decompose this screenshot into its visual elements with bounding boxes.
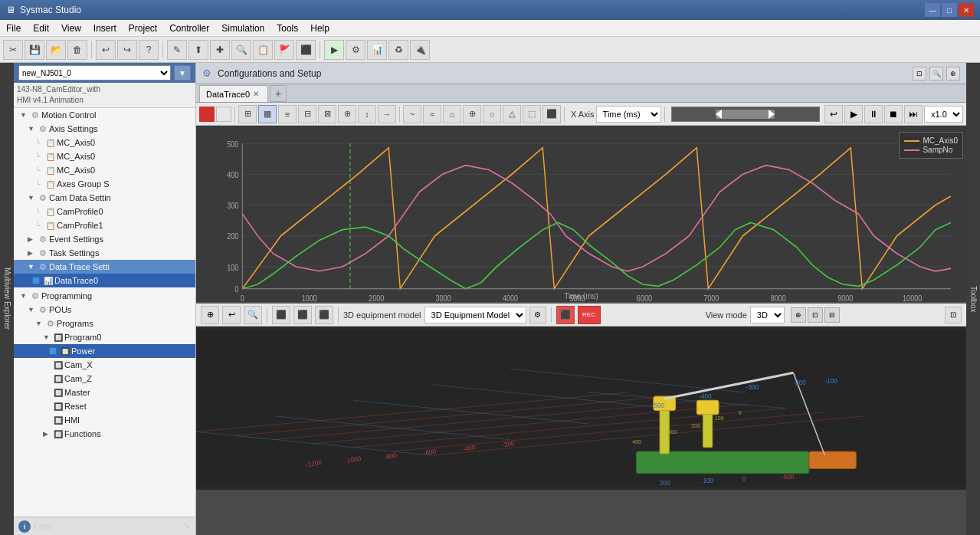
lower-btn5[interactable]: ⬛ xyxy=(293,306,312,324)
trace-zoom-btn[interactable]: ⊕ xyxy=(338,105,356,123)
expand-arrow-programming[interactable]: ▼ xyxy=(20,292,29,300)
filter-edit-button[interactable]: ✎ xyxy=(183,521,191,532)
vmode-btn2[interactable]: ⊡ xyxy=(808,307,823,323)
menu-edit[interactable]: Edit xyxy=(27,20,55,36)
trace-wave-btn4[interactable]: ⊕ xyxy=(463,105,481,123)
tab-datatrace0-close[interactable]: ✕ xyxy=(253,90,259,98)
chart-svg[interactable]: 500 400 300 200 100 0 0 1000 2000 3000 4… xyxy=(196,126,966,302)
multiview-explorer-sidebar[interactable]: Multiview Explorer xyxy=(0,63,14,535)
expand-arrow-functions[interactable]: ▶ xyxy=(43,430,52,438)
tree-item-event-settings[interactable]: ▶ ⚙ Event Settings xyxy=(14,232,195,246)
delete-button[interactable]: 🗑 xyxy=(67,40,87,60)
menu-help[interactable]: Help xyxy=(304,20,336,36)
lower-zoom-in-button[interactable]: ⊕ xyxy=(201,306,219,324)
connect-button[interactable]: 🔌 xyxy=(410,40,430,60)
menu-simulation[interactable]: Simulation xyxy=(215,20,270,36)
maximize-button[interactable]: □ xyxy=(942,3,957,17)
trace-wave-btn2[interactable]: ≈ xyxy=(423,105,441,123)
tree-item-cam-data[interactable]: ▼ ⚙ Cam Data Settin xyxy=(14,191,195,205)
trace-color-btn-red[interactable] xyxy=(199,107,215,122)
clipboard-button[interactable]: 📋 xyxy=(253,40,273,60)
lower-panel-button[interactable]: ⊡ xyxy=(945,307,962,323)
trace-color-btn-white[interactable] xyxy=(216,107,231,122)
eq-settings-button[interactable]: ⚙ xyxy=(529,307,546,323)
trace-import-btn[interactable]: ⬛ xyxy=(542,105,561,123)
expand-arrow-data-trace[interactable]: ▼ xyxy=(28,263,37,271)
timeline-handle[interactable] xyxy=(716,110,775,119)
menu-view[interactable]: View xyxy=(55,20,87,36)
config-search-button[interactable]: 🔍 xyxy=(929,67,943,80)
trace-wave-btn5[interactable]: ○ xyxy=(483,105,501,123)
close-button[interactable]: ✕ xyxy=(959,3,974,17)
tree-item-cam-profile0[interactable]: └ 📋 CamProfile0 xyxy=(14,205,195,218)
tree-item-cam-x[interactable]: 🔲 Cam_X xyxy=(14,358,195,372)
tree-item-master[interactable]: 🔲 Master xyxy=(14,386,195,399)
xaxis-selector[interactable]: Time (ms) Sample No xyxy=(596,106,661,123)
menu-insert[interactable]: Insert xyxy=(87,20,123,36)
trace-cursor2-btn[interactable]: → xyxy=(378,105,396,123)
toolbox-sidebar[interactable]: Toolbox xyxy=(966,63,980,535)
trace-split-h-btn[interactable]: ⊟ xyxy=(298,105,316,123)
expand-arrow-motion-control[interactable]: ▼ xyxy=(20,111,29,119)
tree-item-mc-axis0-3[interactable]: └ 📋 MC_Axis0 xyxy=(14,163,195,177)
tree-item-power[interactable]: 🔲 Power xyxy=(14,344,195,358)
expand-arrow-event[interactable]: ▶ xyxy=(28,235,37,243)
cut-button[interactable]: ✂ xyxy=(3,40,23,60)
tree-item-task-settings[interactable]: ▶ ⚙ Task Settings xyxy=(14,246,195,260)
config-restore-button[interactable]: ⊡ xyxy=(913,67,926,80)
tree-item-pous[interactable]: ▼ ⚙ POUs xyxy=(14,303,195,317)
eq-model-selector[interactable]: 3D Equipment Model xyxy=(424,307,526,323)
pause-button[interactable]: ⏸ xyxy=(864,105,883,123)
trace-wave-btn6[interactable]: △ xyxy=(503,105,521,123)
tree-item-cam-z[interactable]: 🔲 Cam_Z xyxy=(14,372,195,386)
tree-item-programs[interactable]: ▼ ⚙ Programs xyxy=(14,317,195,330)
refresh-button[interactable]: ♻ xyxy=(388,40,408,60)
tree-item-mc-axis0-2[interactable]: └ 📋 MC_Axis0 xyxy=(14,149,195,163)
menu-tools[interactable]: Tools xyxy=(270,20,304,36)
trace-split-v-btn[interactable]: ⊠ xyxy=(318,105,336,123)
trace-line-btn[interactable]: ≡ xyxy=(278,105,297,123)
tree-item-mc-axis0-1[interactable]: └ 📋 MC_Axis0 xyxy=(14,136,195,149)
play-button[interactable]: ▶ xyxy=(844,105,863,123)
edit-tool-button[interactable]: ✎ xyxy=(167,40,187,60)
speed-selector[interactable]: x1.0 x0.5 x2.0 xyxy=(924,106,963,123)
chart-button[interactable]: 📊 xyxy=(367,40,387,60)
trace-grid-btn[interactable]: ⊞ xyxy=(238,105,257,123)
playback-return-button[interactable]: ↩ xyxy=(824,105,843,123)
expand-arrow-program0[interactable]: ▼ xyxy=(43,333,52,341)
redo-button[interactable]: ↪ xyxy=(117,40,137,60)
open-button[interactable]: 📂 xyxy=(46,40,66,60)
tree-settings-button[interactable]: ▼ xyxy=(174,65,191,80)
search-button[interactable]: 🔍 xyxy=(231,40,251,60)
square-button[interactable]: ⬛ xyxy=(296,40,316,60)
lower-rec-stop-button[interactable]: ⬛ xyxy=(556,306,575,324)
transfer-button[interactable]: ⚙ xyxy=(346,40,365,60)
trace-wave-btn3[interactable]: ⌂ xyxy=(443,105,461,123)
save-button[interactable]: 💾 xyxy=(25,40,44,60)
vmode-btn1[interactable]: ⊕ xyxy=(791,307,806,323)
tree-item-functions[interactable]: ▶ 🔲 Functions xyxy=(14,427,195,441)
config-zoom-button[interactable]: ⊕ xyxy=(946,67,960,80)
flag-button[interactable]: 🚩 xyxy=(274,40,294,60)
tree-item-reset[interactable]: 🔲 Reset xyxy=(14,399,195,413)
tree-item-program0[interactable]: ▼ 🔲 Program0 xyxy=(14,330,195,344)
menu-file[interactable]: File xyxy=(0,20,27,36)
timeline-slider[interactable] xyxy=(671,107,820,122)
trace-export-btn[interactable]: ⬚ xyxy=(523,105,541,123)
expand-arrow-cam-data[interactable]: ▼ xyxy=(28,194,37,202)
menu-controller[interactable]: Controller xyxy=(163,20,215,36)
run-button[interactable]: ▶ xyxy=(324,40,344,60)
expand-arrow-pous[interactable]: ▼ xyxy=(28,306,37,313)
menu-project[interactable]: Project xyxy=(123,20,163,36)
minimize-button[interactable]: — xyxy=(925,3,940,17)
tree-item-hmi[interactable]: 🔲 HMI xyxy=(14,413,195,427)
trace-wave-btn1[interactable]: ~ xyxy=(403,105,421,123)
tree-item-axis-settings[interactable]: ▼ ⚙ Axis Settings xyxy=(14,122,195,136)
tab-add-button[interactable]: + xyxy=(270,85,287,102)
vmode-btn3[interactable]: ⊟ xyxy=(824,307,840,323)
tree-item-programming[interactable]: ▼ ⚙ Programming xyxy=(14,289,195,303)
lower-pan-button[interactable]: ↩ xyxy=(222,306,241,324)
project-selector[interactable]: new_NJ501_0 xyxy=(18,65,171,80)
tree-item-cam-profile1[interactable]: └ 📋 CamProfile1 xyxy=(14,218,195,232)
lower-btn4[interactable]: ⬛ xyxy=(272,306,290,324)
